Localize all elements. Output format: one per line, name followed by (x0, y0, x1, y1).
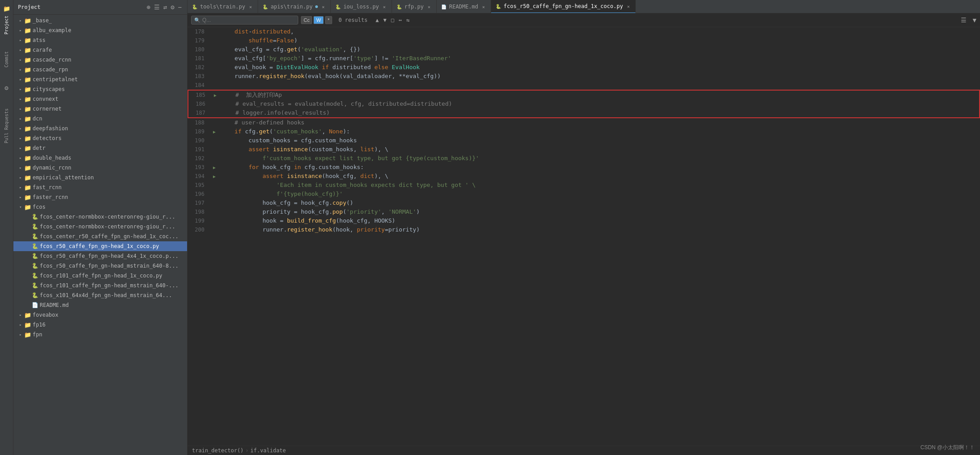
tree-arrow: ▸ (17, 95, 24, 103)
tree-item-icon: 📁 (24, 27, 31, 34)
tree-item-fcos2[interactable]: 🐍fcos_center-normbbox-centeronreg-giou_r… (13, 222, 187, 232)
tree-item-icon: 📁 (24, 115, 31, 122)
tree-item-detectors[interactable]: ▸📁detectors (13, 133, 187, 143)
breadcrumb-part2: if.validate (250, 447, 286, 454)
tab-modified-dot (315, 5, 318, 8)
line-gutter (210, 154, 219, 163)
activity-label-project[interactable]: Project (3, 14, 10, 36)
tree-item-convnext[interactable]: ▸📁convnext (13, 94, 187, 104)
search-wrap-btn[interactable]: □ (389, 16, 396, 24)
sidebar-icon-minus[interactable]: − (177, 3, 183, 12)
search-input[interactable] (202, 17, 283, 23)
code-line: 189▶ if cfg.get('custom_hooks', None): (188, 127, 980, 136)
search-btn-regex[interactable]: * (325, 16, 332, 24)
line-number: 189 (188, 127, 210, 136)
tree-arrow: ▸ (17, 76, 24, 83)
tree-item-fcos1[interactable]: 🐍fcos_center-normbbox-centeronreg-giou_r… (13, 212, 187, 222)
tree-item-fpn2[interactable]: ▸📁fpn (13, 330, 187, 339)
tree-item-empirical_attention[interactable]: ▸📁empirical_attention (13, 173, 187, 182)
code-line: 183 runner.register_hook(eval_hook(val_d… (188, 72, 980, 81)
tree-item-label: faster_rcnn (33, 194, 68, 200)
tree-item-cornernet[interactable]: ▸📁cornernet (13, 104, 187, 114)
activity-label-pullrequests[interactable]: Pull Requests (3, 107, 10, 145)
line-number: 181 (188, 54, 210, 63)
breadcrumb-sep1: › (246, 447, 249, 454)
code-editor[interactable]: 178 dist-distributed,179 shuffle=False)1… (188, 27, 980, 446)
activity-icon-settings: ⚙ (4, 83, 8, 93)
tree-item-fcos4[interactable]: 🐍fcos_r50_caffe_fpn_gn-head_1x_coco.py (13, 241, 187, 251)
search-prev-btn[interactable]: ▲ (374, 16, 380, 24)
tree-arrow: ▸ (17, 86, 24, 93)
tree-item-fcos3[interactable]: 🐍fcos_center_r50_caffe_fpn_gn-head_1x_co… (13, 232, 187, 241)
search-bar: 🔍 Cc W * 0 results ▲ ▼ □ ↔ ⇆ ☰ ▼ (188, 13, 980, 27)
search-nav4[interactable]: ⇆ (405, 16, 411, 24)
tab-readme[interactable]: 📄 README.md ✕ (437, 0, 491, 13)
tree-item-icon: 📁 (24, 95, 31, 103)
tree-item-fcos5[interactable]: 🐍fcos_r50_caffe_fpn_gn-head_4x4_1x_coco.… (13, 251, 187, 261)
tree-item-fp16[interactable]: ▸📁fp16 (13, 320, 187, 330)
line-number: 178 (188, 27, 210, 36)
tree-item-label: centripetalnet (33, 76, 78, 83)
sidebar-icon-globe[interactable]: ⊕ (146, 3, 151, 12)
line-content (219, 81, 980, 90)
tab-iou-loss[interactable]: 🐍 iou_loss.py ✕ (331, 0, 392, 13)
tree-item-double_heads[interactable]: ▸📁double_heads (13, 153, 187, 163)
tab-close-btn4[interactable]: ✕ (426, 4, 432, 10)
tree-item-centripetalnet[interactable]: ▸📁centripetalnet (13, 74, 187, 84)
search-input-wrapper[interactable]: 🔍 (191, 16, 298, 25)
line-number: 191 (188, 145, 210, 154)
tree-item-cityscapes[interactable]: ▸📁cityscapes (13, 84, 187, 94)
tab-close-btn5[interactable]: ✕ (481, 4, 486, 10)
search-btn-cc[interactable]: Cc (301, 16, 312, 24)
tree-item-cascade_rcnn[interactable]: ▸📁cascade_rcnn (13, 55, 187, 65)
line-content: # user-defined hooks (219, 118, 980, 127)
tree-item-deepfashion[interactable]: ▸📁deepfashion (13, 124, 187, 133)
tab-rfp[interactable]: 🐍 rfp.py ✕ (392, 0, 437, 13)
search-next-btn[interactable]: ▼ (381, 16, 388, 24)
sidebar-icon-list[interactable]: ☰ (153, 3, 161, 12)
tree-item-fcos9[interactable]: 🐍fcos_x101_64x4d_fpn_gn-head_mstrain_64.… (13, 290, 187, 300)
tree-item-base[interactable]: ▸📁_base_ (13, 16, 187, 25)
tab-close-btn6[interactable]: ✕ (626, 4, 631, 9)
tree-item-detr[interactable]: ▸📁detr (13, 143, 187, 153)
tree-item-cascade_rpn[interactable]: ▸📁cascade_rpn (13, 65, 187, 74)
line-content: assert isinstance(custom_hooks, list), \ (219, 145, 980, 154)
tree-arrow (24, 233, 31, 240)
tree-item-carafe[interactable]: ▸📁carafe (13, 45, 187, 55)
tree-item-faster_rcnn[interactable]: ▸📁faster_rcnn (13, 192, 187, 202)
tree-arrow: ▾ (17, 203, 24, 211)
sidebar-icon-split[interactable]: ⇄ (163, 3, 168, 12)
tree-item-label: fcos_r50_caffe_fpn_gn-head_mstrain_640-8… (40, 263, 179, 269)
line-number: 197 (188, 199, 210, 207)
tab-fcos-active[interactable]: 🐍 fcos_r50_caffe_fpn_gn-head_1x_coco.py … (491, 0, 636, 13)
tree-item-label: fcos_r101_caffe_fpn_gn-head_mstrain_640-… (40, 282, 179, 289)
tab-close-btn3[interactable]: ✕ (382, 4, 387, 10)
tree-item-foveabox[interactable]: ▸📁foveabox (13, 310, 187, 320)
tree-item-fast_rcnn[interactable]: ▸📁fast_rcnn (13, 182, 187, 192)
tree-item-albu[interactable]: ▸📁albu_example (13, 25, 187, 35)
activity-label-commit[interactable]: Commit (3, 50, 10, 69)
tree-item-atss[interactable]: ▸📁atss (13, 35, 187, 45)
tree-item-fcos6[interactable]: 🐍fcos_r50_caffe_fpn_gn-head_mstrain_640-… (13, 261, 187, 271)
tree-item-dynamic_rcnn[interactable]: ▸📁dynamic_rcnn (13, 163, 187, 173)
code-line: 179 shuffle=False) (188, 36, 980, 45)
tab-tools-train[interactable]: 🐍 tools\train.py ✕ (188, 0, 258, 13)
tree-item-label: convnext (33, 96, 58, 102)
tree-item-fcos_readme[interactable]: 📄README.md (13, 300, 187, 310)
sidebar-icon-gear[interactable]: ⚙ (170, 3, 175, 12)
tree-item-label: carafe (33, 47, 52, 53)
tab-close-btn2[interactable]: ✕ (321, 4, 326, 10)
search-nav3[interactable]: ↔ (397, 16, 404, 24)
tree-item-fcos7[interactable]: 🐍fcos_r101_caffe_fpn_gn-head_1x_coco.py (13, 271, 187, 281)
tree-item-label: deepfashion (33, 125, 68, 132)
search-btn-w[interactable]: W (313, 16, 323, 24)
tab-close-btn[interactable]: ✕ (248, 4, 253, 10)
line-number: 199 (188, 216, 210, 225)
search-filter-icon[interactable]: ▼ (973, 17, 976, 24)
tree-item-fcos[interactable]: ▾📁fcos (13, 202, 187, 212)
line-content: assert isinstance(hook_cfg, dict), \ (219, 172, 980, 181)
search-options-btn[interactable]: ☰ (961, 17, 967, 24)
tree-item-dcn[interactable]: ▸📁dcn (13, 114, 187, 124)
tree-item-fcos8[interactable]: 🐍fcos_r101_caffe_fpn_gn-head_mstrain_640… (13, 281, 187, 290)
tab-apis-train[interactable]: 🐍 apis\train.py ✕ (258, 0, 331, 13)
